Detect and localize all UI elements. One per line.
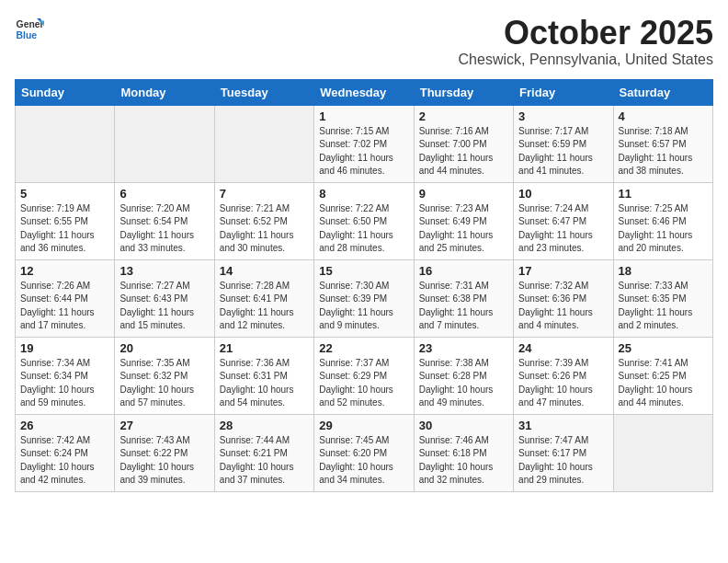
calendar-cell: 30Sunrise: 7:46 AM Sunset: 6:18 PM Dayli…: [414, 414, 513, 491]
day-number: 26: [20, 419, 109, 432]
day-number: 12: [20, 264, 109, 278]
calendar-cell: 17Sunrise: 7:32 AM Sunset: 6:36 PM Dayli…: [514, 259, 613, 337]
day-number: 24: [518, 341, 608, 355]
calendar-cell: 25Sunrise: 7:41 AM Sunset: 6:25 PM Dayli…: [613, 337, 712, 414]
col-monday: Monday: [115, 79, 214, 105]
day-number: 30: [419, 419, 508, 432]
calendar-cell: 18Sunrise: 7:33 AM Sunset: 6:35 PM Dayli…: [613, 259, 712, 337]
calendar-cell: 10Sunrise: 7:24 AM Sunset: 6:47 PM Dayli…: [514, 182, 613, 259]
day-info: Sunrise: 7:34 AM Sunset: 6:34 PM Dayligh…: [20, 357, 109, 410]
calendar-subtitle: Cheswick, Pennsylvania, United States: [459, 52, 713, 68]
calendar-cell: 11Sunrise: 7:25 AM Sunset: 6:46 PM Dayli…: [613, 182, 712, 259]
calendar-cell: 23Sunrise: 7:38 AM Sunset: 6:28 PM Dayli…: [414, 337, 513, 414]
day-info: Sunrise: 7:15 AM Sunset: 7:02 PM Dayligh…: [319, 125, 408, 178]
day-info: Sunrise: 7:18 AM Sunset: 6:57 PM Dayligh…: [619, 125, 708, 178]
calendar-cell: [214, 105, 313, 182]
calendar-cell: 31Sunrise: 7:47 AM Sunset: 6:17 PM Dayli…: [514, 414, 613, 491]
day-number: 29: [319, 419, 408, 432]
day-number: 23: [419, 341, 508, 355]
header-row: Sunday Monday Tuesday Wednesday Thursday…: [16, 79, 713, 105]
col-sunday: Sunday: [16, 79, 115, 105]
col-tuesday: Tuesday: [214, 79, 313, 105]
calendar-cell: 27Sunrise: 7:43 AM Sunset: 6:22 PM Dayli…: [115, 414, 214, 491]
day-info: Sunrise: 7:30 AM Sunset: 6:39 PM Dayligh…: [319, 280, 408, 333]
logo: General Blue: [15, 15, 44, 44]
day-number: 8: [319, 187, 408, 201]
logo-icon: General Blue: [15, 15, 44, 44]
calendar-cell: 21Sunrise: 7:36 AM Sunset: 6:31 PM Dayli…: [214, 337, 313, 414]
day-number: 14: [220, 264, 309, 278]
col-friday: Friday: [514, 79, 613, 105]
calendar-cell: 20Sunrise: 7:35 AM Sunset: 6:32 PM Dayli…: [115, 337, 214, 414]
calendar-cell: 6Sunrise: 7:20 AM Sunset: 6:54 PM Daylig…: [115, 182, 214, 259]
calendar-cell: [115, 105, 214, 182]
title-area: October 2025 Cheswick, Pennsylvania, Uni…: [459, 15, 713, 68]
day-info: Sunrise: 7:42 AM Sunset: 6:24 PM Dayligh…: [20, 434, 109, 488]
day-number: 6: [119, 187, 209, 201]
day-info: Sunrise: 7:26 AM Sunset: 6:44 PM Dayligh…: [20, 280, 109, 333]
calendar-cell: 22Sunrise: 7:37 AM Sunset: 6:29 PM Dayli…: [314, 337, 414, 414]
day-info: Sunrise: 7:23 AM Sunset: 6:49 PM Dayligh…: [419, 202, 508, 256]
calendar-cell: 8Sunrise: 7:22 AM Sunset: 6:50 PM Daylig…: [314, 182, 414, 259]
page-header: General Blue October 2025 Cheswick, Penn…: [15, 15, 713, 68]
calendar-cell: 28Sunrise: 7:44 AM Sunset: 6:21 PM Dayli…: [214, 414, 313, 491]
day-number: 16: [419, 264, 508, 278]
day-info: Sunrise: 7:46 AM Sunset: 6:18 PM Dayligh…: [419, 434, 508, 488]
day-number: 22: [319, 341, 408, 355]
col-saturday: Saturday: [613, 79, 712, 105]
day-info: Sunrise: 7:31 AM Sunset: 6:38 PM Dayligh…: [419, 280, 508, 333]
day-number: 5: [20, 187, 109, 201]
day-info: Sunrise: 7:17 AM Sunset: 6:59 PM Dayligh…: [518, 125, 608, 178]
calendar-cell: 7Sunrise: 7:21 AM Sunset: 6:52 PM Daylig…: [214, 182, 313, 259]
day-number: 7: [220, 187, 309, 201]
calendar-cell: 24Sunrise: 7:39 AM Sunset: 6:26 PM Dayli…: [514, 337, 613, 414]
day-info: Sunrise: 7:32 AM Sunset: 6:36 PM Dayligh…: [518, 280, 608, 333]
calendar-cell: 14Sunrise: 7:28 AM Sunset: 6:41 PM Dayli…: [214, 259, 313, 337]
day-number: 15: [319, 264, 408, 278]
calendar-cell: 9Sunrise: 7:23 AM Sunset: 6:49 PM Daylig…: [414, 182, 513, 259]
day-info: Sunrise: 7:35 AM Sunset: 6:32 PM Dayligh…: [119, 357, 209, 410]
day-info: Sunrise: 7:41 AM Sunset: 6:25 PM Dayligh…: [619, 357, 708, 410]
calendar-cell: 26Sunrise: 7:42 AM Sunset: 6:24 PM Dayli…: [16, 414, 115, 491]
calendar-week-4: 26Sunrise: 7:42 AM Sunset: 6:24 PM Dayli…: [16, 414, 713, 491]
calendar-cell: 29Sunrise: 7:45 AM Sunset: 6:20 PM Dayli…: [314, 414, 414, 491]
col-thursday: Thursday: [414, 79, 513, 105]
day-info: Sunrise: 7:24 AM Sunset: 6:47 PM Dayligh…: [518, 202, 608, 256]
day-number: 21: [220, 341, 309, 355]
day-number: 18: [619, 264, 708, 278]
calendar-cell: [613, 414, 712, 491]
calendar-cell: 12Sunrise: 7:26 AM Sunset: 6:44 PM Dayli…: [16, 259, 115, 337]
day-info: Sunrise: 7:21 AM Sunset: 6:52 PM Dayligh…: [220, 202, 309, 256]
day-number: 27: [119, 419, 209, 432]
calendar-cell: 15Sunrise: 7:30 AM Sunset: 6:39 PM Dayli…: [314, 259, 414, 337]
day-info: Sunrise: 7:43 AM Sunset: 6:22 PM Dayligh…: [119, 434, 209, 488]
day-number: 9: [419, 187, 508, 201]
day-info: Sunrise: 7:33 AM Sunset: 6:35 PM Dayligh…: [619, 280, 708, 333]
day-info: Sunrise: 7:38 AM Sunset: 6:28 PM Dayligh…: [419, 357, 508, 410]
day-number: 20: [119, 341, 209, 355]
day-info: Sunrise: 7:22 AM Sunset: 6:50 PM Dayligh…: [319, 202, 408, 256]
day-number: 4: [619, 109, 708, 123]
day-info: Sunrise: 7:19 AM Sunset: 6:55 PM Dayligh…: [20, 202, 109, 256]
day-info: Sunrise: 7:45 AM Sunset: 6:20 PM Dayligh…: [319, 434, 408, 488]
day-info: Sunrise: 7:47 AM Sunset: 6:17 PM Dayligh…: [518, 434, 608, 488]
calendar-week-1: 5Sunrise: 7:19 AM Sunset: 6:55 PM Daylig…: [16, 182, 713, 259]
day-info: Sunrise: 7:44 AM Sunset: 6:21 PM Dayligh…: [220, 434, 309, 488]
day-info: Sunrise: 7:39 AM Sunset: 6:26 PM Dayligh…: [518, 357, 608, 410]
calendar-week-0: 1Sunrise: 7:15 AM Sunset: 7:02 PM Daylig…: [16, 105, 713, 182]
day-number: 17: [518, 264, 608, 278]
day-info: Sunrise: 7:20 AM Sunset: 6:54 PM Dayligh…: [119, 202, 209, 256]
calendar-cell: 4Sunrise: 7:18 AM Sunset: 6:57 PM Daylig…: [613, 105, 712, 182]
calendar-table: Sunday Monday Tuesday Wednesday Thursday…: [15, 79, 713, 492]
calendar-cell: 16Sunrise: 7:31 AM Sunset: 6:38 PM Dayli…: [414, 259, 513, 337]
day-number: 19: [20, 341, 109, 355]
calendar-cell: 1Sunrise: 7:15 AM Sunset: 7:02 PM Daylig…: [314, 105, 414, 182]
day-info: Sunrise: 7:16 AM Sunset: 7:00 PM Dayligh…: [419, 125, 508, 178]
calendar-cell: 2Sunrise: 7:16 AM Sunset: 7:00 PM Daylig…: [414, 105, 513, 182]
day-info: Sunrise: 7:27 AM Sunset: 6:43 PM Dayligh…: [119, 280, 209, 333]
calendar-cell: [16, 105, 115, 182]
calendar-cell: 19Sunrise: 7:34 AM Sunset: 6:34 PM Dayli…: [16, 337, 115, 414]
day-number: 10: [518, 187, 608, 201]
day-info: Sunrise: 7:37 AM Sunset: 6:29 PM Dayligh…: [319, 357, 408, 410]
day-number: 28: [220, 419, 309, 432]
